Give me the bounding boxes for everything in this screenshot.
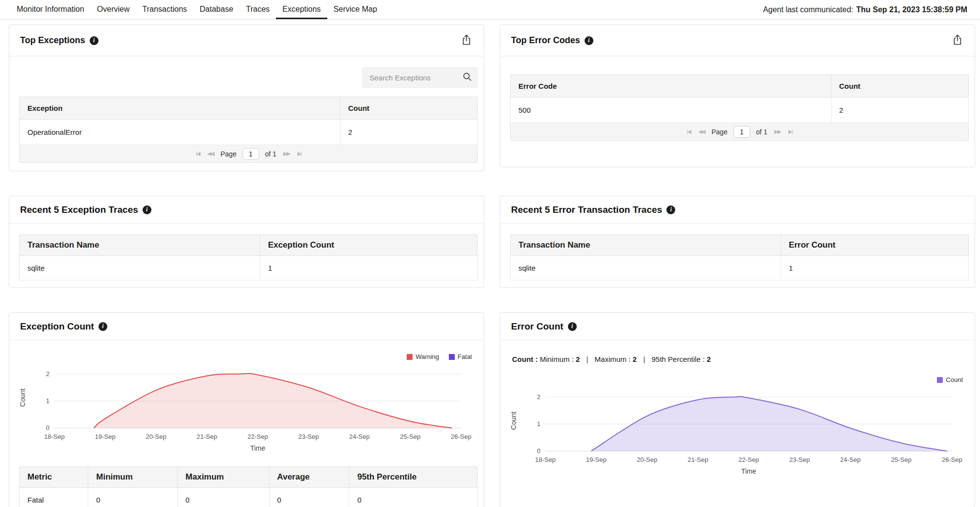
svg-text:20-Sep: 20-Sep	[637, 456, 658, 463]
top-exceptions-card: Top Exceptions i	[9, 25, 484, 171]
page-label: Page	[711, 128, 728, 136]
tab-service-map[interactable]: Service Map	[327, 0, 384, 19]
exception-count-card: Exception Count i Warning Fatal 01218-Se…	[9, 312, 484, 507]
info-icon[interactable]: i	[98, 322, 107, 331]
svg-text:1: 1	[46, 397, 49, 405]
info-icon[interactable]: i	[666, 205, 675, 214]
search-row	[19, 67, 478, 88]
table-row[interactable]: sqlite 1	[511, 256, 969, 280]
summary-min-value: 2	[576, 355, 580, 363]
top-error-codes-title: Top Error Codes	[511, 35, 580, 46]
svg-text:20-Sep: 20-Sep	[146, 433, 167, 440]
svg-text:23-Sep: 23-Sep	[789, 456, 810, 463]
recent-error-traces-table-wrap: Transaction Name Error Count sqlite 1	[510, 234, 969, 280]
agent-last-communicated: Agent last communicated: Thu Sep 21, 202…	[763, 0, 967, 19]
pagination-bar: |◀ ◀◀ Page of 1 ▶▶ ▶|	[19, 145, 478, 163]
last-page-icon[interactable]: ▶|	[296, 151, 302, 157]
table-header-row: Transaction Name Exception Count	[20, 235, 478, 256]
exception-stats-table: Metric Minimum Maximum Average 95th Perc…	[19, 466, 478, 507]
column-header-maximum: Maximum	[177, 467, 269, 488]
error-count-card: Error Count i Count : Minimum : 2 | Maxi…	[500, 312, 975, 507]
recent-error-traces-title: Recent 5 Error Transaction Traces	[511, 204, 662, 215]
agent-timestamp: Thu Sep 21, 2023 15:38:59 PM	[856, 5, 967, 14]
svg-text:26-Sep: 26-Sep	[942, 456, 962, 463]
legend-item-count[interactable]: Count	[937, 376, 963, 383]
first-page-icon[interactable]: |◀	[686, 128, 691, 135]
tab-exceptions[interactable]: Exceptions	[276, 0, 327, 19]
tab-monitor-information[interactable]: Monitor Information	[10, 0, 91, 19]
tab-traces[interactable]: Traces	[240, 0, 276, 19]
legend-label: Warning	[416, 353, 439, 360]
cell-error-code: 500	[511, 98, 832, 123]
card-header: Error Count i	[500, 313, 975, 340]
pagination-bar: |◀ ◀◀ Page of 1 ▶▶ ▶|	[510, 123, 969, 141]
card-header: Exception Count i	[9, 313, 484, 340]
search-button[interactable]	[457, 68, 477, 87]
nav-tabs: Monitor Information Overview Transaction…	[10, 0, 384, 19]
summary-metric: Count :	[512, 355, 538, 363]
next-page-icon[interactable]: ▶▶	[773, 128, 782, 135]
export-icon	[461, 34, 472, 47]
top-exceptions-table: Exception Count OperationalError 2	[19, 97, 478, 145]
table-row[interactable]: OperationalError 2	[20, 120, 478, 145]
column-header-exception: Exception	[20, 97, 341, 120]
svg-text:23-Sep: 23-Sep	[298, 433, 319, 440]
cell-count: 2	[831, 98, 969, 123]
column-header-exception-count: Exception Count	[260, 235, 477, 256]
info-icon[interactable]: i	[568, 322, 577, 331]
column-header-transaction-name: Transaction Name	[511, 235, 781, 256]
table-row[interactable]: sqlite 1	[20, 256, 478, 280]
tab-overview[interactable]: Overview	[91, 0, 136, 19]
first-page-icon[interactable]: |◀	[195, 151, 200, 157]
summary-separator: |	[587, 355, 588, 363]
page-number-input[interactable]	[243, 148, 259, 160]
table-header-row: Error Code Count	[511, 75, 969, 98]
search-exceptions-input[interactable]	[363, 74, 457, 82]
tab-transactions[interactable]: Transactions	[136, 0, 194, 19]
cell-exception-count: 1	[260, 256, 477, 280]
page-number-input[interactable]	[734, 126, 750, 138]
error-count-title: Error Count	[511, 321, 564, 332]
summary-max-value: 2	[633, 355, 637, 363]
card-title-row: Error Count i	[511, 321, 577, 332]
cell-transaction-name: sqlite	[511, 256, 781, 280]
column-header-transaction-name: Transaction Name	[20, 235, 260, 256]
svg-text:21-Sep: 21-Sep	[196, 433, 217, 440]
recent-exception-traces-card: Recent 5 Exception Traces i Transaction …	[9, 196, 484, 288]
summary-p95-value: 2	[707, 355, 710, 363]
warning-legend-swatch	[407, 354, 413, 360]
info-icon[interactable]: i	[585, 36, 593, 45]
cell-average: 0	[269, 488, 349, 507]
table-header-row: Exception Count	[20, 97, 478, 120]
last-page-icon[interactable]: ▶|	[787, 128, 793, 135]
cell-count: 2	[340, 120, 478, 145]
card-header: Recent 5 Error Transaction Traces i	[500, 196, 975, 224]
exception-stats-table-wrap: Metric Minimum Maximum Average 95th Perc…	[19, 466, 478, 507]
previous-page-icon[interactable]: ◀◀	[206, 151, 215, 157]
svg-text:25-Sep: 25-Sep	[891, 456, 911, 463]
export-button[interactable]	[951, 33, 964, 48]
info-icon[interactable]: i	[90, 36, 98, 45]
info-icon[interactable]: i	[143, 205, 151, 214]
svg-text:1: 1	[537, 420, 540, 428]
legend-item-fatal[interactable]: Fatal	[449, 353, 472, 360]
svg-text:Time: Time	[250, 444, 266, 452]
table-header-row: Metric Minimum Maximum Average 95th Perc…	[20, 467, 478, 488]
tab-database[interactable]: Database	[194, 0, 240, 19]
svg-text:24-Sep: 24-Sep	[840, 456, 861, 463]
error-count-chart: 01218-Sep19-Sep20-Sep21-Sep22-Sep23-Sep2…	[506, 386, 969, 478]
top-error-codes-table-wrap: Error Code Count 500 2 |◀ ◀◀ Page of 1 ▶…	[510, 75, 969, 141]
legend-item-warning[interactable]: Warning	[407, 353, 439, 360]
exception-count-chart: 01218-Sep19-Sep20-Sep21-Sep22-Sep23-Sep2…	[15, 363, 478, 455]
error-count-summary: Count : Minimum : 2 | Maximum : 2 | 95th…	[500, 340, 975, 363]
search-icon	[463, 72, 472, 83]
svg-text:Count: Count	[510, 411, 517, 430]
column-header-minimum: Minimum	[88, 467, 177, 488]
table-row[interactable]: 500 2	[511, 98, 969, 123]
card-header: Recent 5 Exception Traces i	[9, 196, 484, 224]
next-page-icon[interactable]: ▶▶	[282, 151, 291, 157]
export-button[interactable]	[460, 33, 473, 48]
previous-page-icon[interactable]: ◀◀	[697, 128, 706, 135]
export-icon	[952, 34, 963, 47]
exception-count-title: Exception Count	[20, 321, 94, 332]
